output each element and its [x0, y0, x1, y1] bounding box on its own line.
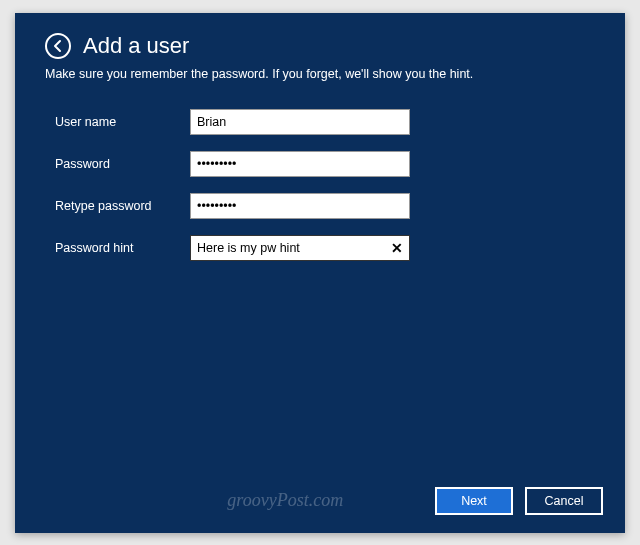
retype-password-input[interactable]: [190, 193, 410, 219]
page-title: Add a user: [83, 33, 189, 59]
page-subtitle: Make sure you remember the password. If …: [45, 67, 595, 81]
form: User name Password Retype password Passw…: [45, 109, 595, 261]
password-hint-input[interactable]: [190, 235, 410, 261]
add-user-window: Add a user Make sure you remember the pa…: [15, 13, 625, 533]
hint-label: Password hint: [55, 241, 190, 255]
username-input[interactable]: [190, 109, 410, 135]
username-label: User name: [55, 115, 190, 129]
back-button[interactable]: [45, 33, 71, 59]
hint-row: Password hint ✕: [55, 235, 595, 261]
cancel-button[interactable]: Cancel: [525, 487, 603, 515]
close-icon: ✕: [391, 240, 403, 256]
password-label: Password: [55, 157, 190, 171]
password-input[interactable]: [190, 151, 410, 177]
watermark: groovyPost.com: [227, 490, 343, 511]
footer-buttons: Next Cancel: [435, 487, 603, 515]
cancel-button-label: Cancel: [545, 494, 584, 508]
username-row: User name: [55, 109, 595, 135]
retype-row: Retype password: [55, 193, 595, 219]
next-button[interactable]: Next: [435, 487, 513, 515]
password-row: Password: [55, 151, 595, 177]
next-button-label: Next: [461, 494, 487, 508]
retype-label: Retype password: [55, 199, 190, 213]
clear-hint-button[interactable]: ✕: [388, 239, 406, 257]
arrow-left-icon: [51, 39, 65, 53]
header: Add a user: [45, 33, 595, 59]
hint-input-wrapper: ✕: [190, 235, 410, 261]
